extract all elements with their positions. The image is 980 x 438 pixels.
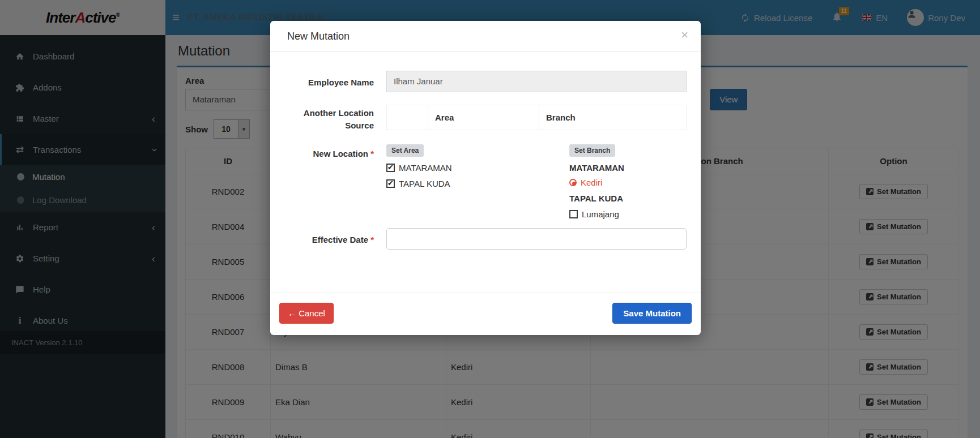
employee-name-field: Ilham Januar <box>386 71 687 92</box>
mini-col-area: Area <box>428 105 539 130</box>
branch-option-label: Kediri <box>581 178 602 187</box>
area-option-label: MATARAMAN <box>399 163 452 173</box>
cancel-label: Cancel <box>299 308 325 318</box>
branch-group-tapal-kuda: TAPAL KUDA <box>569 194 687 203</box>
set-branch-button[interactable]: Set Branch <box>569 144 615 157</box>
new-mutation-modal: New Mutation × Employee Name Ilham Janua… <box>270 21 701 335</box>
mini-col-empty <box>387 105 428 130</box>
branch-group-mataraman: MATARAMAN <box>569 163 687 173</box>
arrow-left-icon: ← <box>288 308 296 318</box>
set-area-button[interactable]: Set Area <box>386 144 424 157</box>
new-location-label: New Location * <box>279 144 374 219</box>
required-asterisk: * <box>370 235 374 244</box>
another-location-table: Area Branch <box>386 105 687 130</box>
branch-option-label: Lumajang <box>582 209 619 219</box>
close-icon[interactable]: × <box>681 29 688 41</box>
area-checkbox-tapal-kuda[interactable]: TAPAL KUDA <box>386 179 569 188</box>
another-location-source-label: Another Location Source <box>279 105 374 132</box>
modal-title: New Mutation <box>287 31 350 42</box>
cancel-button[interactable]: ← Cancel <box>279 303 334 324</box>
area-checkbox-mataraman[interactable]: MATARAMAN <box>386 163 569 173</box>
dot-circle-icon <box>569 179 577 186</box>
mini-col-branch: Branch <box>539 105 687 130</box>
branch-checkbox-lumajang[interactable]: Lumajang <box>569 209 687 219</box>
employee-name-label: Employee Name <box>279 71 374 92</box>
effective-date-label: Effective Date * <box>279 228 374 250</box>
checkbox-checked-icon[interactable] <box>386 164 395 172</box>
area-option-label: TAPAL KUDA <box>399 179 450 188</box>
branch-selected-kediri[interactable]: Kediri <box>569 178 687 187</box>
save-mutation-button[interactable]: Save Mutation <box>612 303 692 324</box>
effective-date-input[interactable] <box>386 228 687 250</box>
checkbox-unchecked-icon[interactable] <box>569 210 578 218</box>
checkbox-checked-icon[interactable] <box>386 179 395 188</box>
required-asterisk: * <box>370 149 374 158</box>
